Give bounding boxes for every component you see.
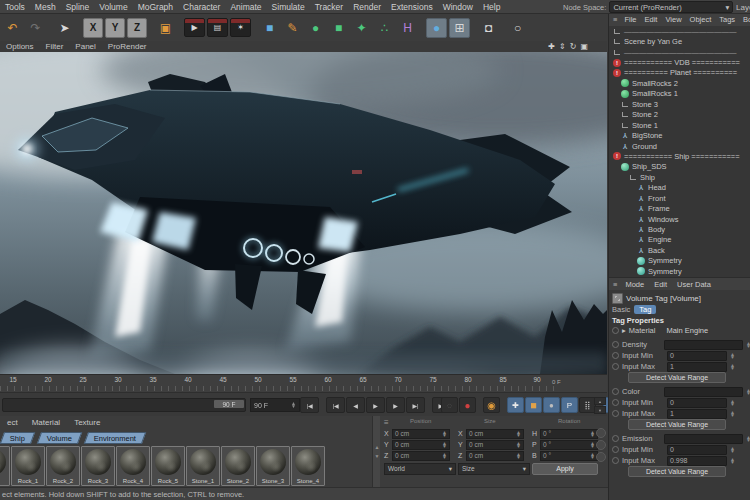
om-row-separator[interactable]: ——————————————— [609, 26, 750, 36]
om-row-front[interactable]: Front [609, 193, 750, 203]
menu-icon[interactable]: ≡ [609, 15, 620, 24]
animation-dot-icon[interactable] [612, 388, 619, 395]
menu-item[interactable]: Mesh [30, 2, 61, 12]
menu-icon[interactable]: ≡ [609, 280, 620, 289]
next-frame-button[interactable]: ▶ [386, 397, 405, 413]
workplane-icon[interactable]: ▣ [155, 17, 176, 38]
next-key-button[interactable]: ▶| [406, 397, 425, 413]
cluster-button[interactable]: ∴ [374, 17, 395, 38]
coordinate-space-select[interactable]: World▾ [384, 463, 456, 475]
object-manager-menu-item[interactable]: Edit [640, 15, 661, 24]
material-link-row[interactable]: ▸ Material Main Engine [609, 325, 750, 336]
animation-dot-icon[interactable] [612, 457, 619, 464]
om-row-bigstone[interactable]: BigStone [609, 130, 750, 140]
object-manager-menu-item[interactable]: Object [686, 15, 716, 24]
om-row-stone1[interactable]: Stone 1 [609, 120, 750, 130]
frame-range-slider[interactable]: 90 F [2, 398, 246, 412]
stepper-icon[interactable]: ▲▼ [730, 411, 735, 417]
coordinate-side-buttons[interactable] [596, 428, 606, 462]
attribute-menu-item[interactable]: Mode [620, 280, 649, 289]
material-thumb[interactable]: Rock_3 [81, 446, 115, 486]
pan-view-icon[interactable]: ✚ [548, 42, 555, 51]
om-row-vdb[interactable]: =========== VDB =========== [609, 57, 750, 67]
menu-item[interactable]: Extensions [386, 2, 438, 12]
parameter-field[interactable] [664, 340, 743, 350]
material-thumb[interactable]: Rock_5 [151, 446, 185, 486]
tab-tag[interactable]: Tag [634, 305, 656, 314]
size-mode-select[interactable]: Size▾ [458, 463, 530, 475]
parameter-field[interactable] [664, 387, 743, 397]
end-frame-field[interactable]: 90 F ▲▼ [250, 398, 300, 412]
viewport-menu-item[interactable]: ProRender [102, 42, 153, 51]
menu-item[interactable]: Tracker [310, 2, 349, 12]
om-row-stone3[interactable]: Stone 3 [609, 99, 750, 109]
material-menu-item[interactable]: Material [25, 418, 67, 427]
redo-icon[interactable]: ↷ [25, 17, 46, 38]
object-manager-menu-item[interactable]: Bookmarks [739, 15, 750, 24]
axis-x-button[interactable]: X [83, 18, 103, 38]
layout-label[interactable]: Layout [736, 3, 750, 12]
om-row-ship-sep[interactable]: =========== Ship =========== [609, 151, 750, 161]
om-row-frame[interactable]: Frame [609, 203, 750, 213]
animation-dot-icon[interactable] [612, 399, 619, 406]
menu-item[interactable]: Help [478, 2, 505, 12]
material-thumb[interactable]: Rock_2 [46, 446, 80, 486]
material-menu-item[interactable]: Texture [67, 418, 107, 427]
detect-value-range-button[interactable]: Detect Value Range [628, 466, 726, 477]
om-row-smallrocks1[interactable]: SmallRocks 1 [609, 89, 750, 99]
play-button[interactable]: ▶ [366, 397, 385, 413]
viewport-canvas[interactable] [0, 52, 607, 374]
axis-y-button[interactable]: Y [105, 18, 125, 38]
menu-item[interactable]: Window [438, 2, 478, 12]
toggle-view-icon[interactable]: ▣ [580, 42, 588, 51]
om-row-back[interactable]: Back [609, 245, 750, 255]
viewport-panes-button[interactable]: ⊞ [449, 18, 470, 38]
material-layer-tab[interactable]: Environment [84, 432, 146, 444]
prev-frame-button[interactable]: ◀ [346, 397, 365, 413]
attribute-menu-item[interactable]: Edit [649, 280, 672, 289]
pen-spline-button[interactable]: ✎ [282, 17, 303, 38]
om-row-ship[interactable]: Ship [609, 172, 750, 182]
parameter-field[interactable]: 0 [667, 398, 727, 408]
simulate-sphere-button[interactable]: ● [426, 18, 447, 38]
material-thumb[interactable]: Stone_3 [256, 446, 290, 486]
camera-button[interactable]: ◘ [478, 17, 499, 38]
range-end-handle[interactable]: 90 F [214, 400, 244, 408]
material-thumb[interactable]: Stone_4 [291, 446, 325, 486]
viewport-menu-item[interactable]: Options [0, 42, 40, 51]
animation-dot-icon[interactable] [612, 341, 619, 348]
prev-key-button[interactable]: |◀ [326, 397, 345, 413]
menu-item[interactable]: MoGraph [133, 2, 178, 12]
stepper-icon[interactable]: ▲▼ [746, 389, 750, 395]
emission-input-max[interactable]: Input Max 0.998 ▲▼ [609, 455, 750, 466]
menu-item[interactable]: Animate [225, 2, 266, 12]
emission-detect-button[interactable]: ▲▼ Detect Value Range [609, 466, 750, 477]
parameter-field[interactable]: 1 [667, 409, 727, 419]
stepper-icon[interactable]: ▲▼ [730, 458, 735, 464]
parameter-field[interactable]: 0 [667, 445, 727, 455]
parameter-field[interactable] [664, 434, 743, 444]
material-link-value[interactable]: Main Engine [666, 326, 708, 335]
parameter-field[interactable]: 1 [667, 362, 727, 372]
goto-start-button[interactable]: |◀ [300, 397, 319, 413]
material-thumb-clipped[interactable] [0, 446, 10, 486]
animation-dot-icon[interactable] [612, 363, 619, 370]
material-thumb[interactable]: Rock_1 [11, 446, 45, 486]
stepper-icon[interactable]: ▲▼ [730, 364, 735, 370]
render-to-picture-viewer-button[interactable]: ▤ [207, 18, 228, 37]
color-detect-button[interactable]: ▲▼ Detect Value Range [609, 419, 750, 430]
density-detect-button[interactable]: ▲▼ Detect Value Range [609, 372, 750, 383]
volume-sphere-button[interactable]: ● [305, 17, 326, 38]
key-rotation-toggle[interactable]: ● [543, 397, 560, 413]
om-row-head[interactable]: Head [609, 183, 750, 193]
render-settings-button[interactable]: ✶ [230, 18, 251, 37]
stepper-icon[interactable]: ▲▼ [730, 400, 735, 406]
density-input-max[interactable]: Input Max 1 ▲▼ [609, 361, 750, 372]
attribute-menu-item[interactable]: User Data [672, 280, 716, 289]
menu-item[interactable]: Spline [61, 2, 95, 12]
record-disabled-icon[interactable]: ◌ [441, 397, 458, 413]
animation-dot-icon[interactable] [612, 435, 619, 442]
render-view-button[interactable]: ▶ [184, 18, 205, 37]
om-row-ship-sds[interactable]: Ship_SDS [609, 162, 750, 172]
parameter-field[interactable]: 0 [667, 351, 727, 361]
